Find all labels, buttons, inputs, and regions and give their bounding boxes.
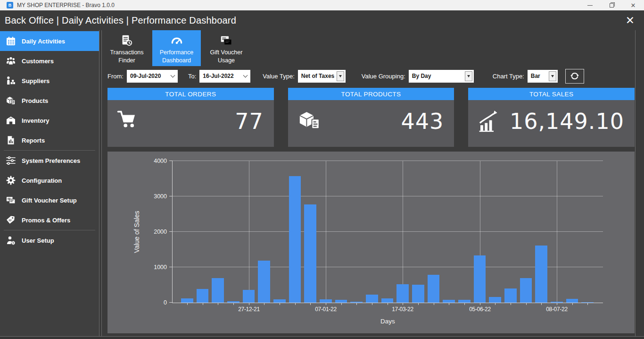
refresh-button[interactable] — [565, 69, 584, 84]
card-title: TOTAL SALES — [468, 88, 635, 100]
sidebar-item-label: Customers — [22, 58, 54, 65]
card-value: 443 — [401, 109, 444, 134]
bar — [212, 278, 224, 303]
bar — [320, 299, 332, 303]
tab-label: Transactions Finder — [105, 49, 149, 65]
app-header: Back Office | Daily Activities | Perform… — [0, 10, 644, 30]
y-tick-mark — [169, 231, 173, 232]
suppliers-icon — [4, 75, 17, 87]
close-window-button[interactable]: ✕ — [622, 0, 644, 10]
chart-panel: Value of Sales 01000200030004000 27-12-2… — [107, 152, 635, 333]
total-orders-card: TOTAL ORDERS 77 — [107, 88, 274, 147]
sidebar-item-configuration[interactable]: Configuration — [0, 170, 99, 190]
bar — [273, 299, 286, 303]
value-type-select[interactable]: Net of Taxes — [298, 70, 346, 83]
sidebar-item-label: Promos & Offers — [22, 217, 70, 224]
sidebar-item-products[interactable]: Products — [0, 91, 99, 110]
bar — [197, 289, 209, 303]
bar — [289, 176, 301, 303]
kpi-cards: TOTAL ORDERS 77 TOTAL PRODUCTS 44 — [107, 88, 635, 147]
to-date-value: 16-Jul-2022 — [199, 73, 240, 79]
y-tick-label: 4000 — [154, 158, 167, 164]
app-logo-icon: B — [7, 2, 13, 8]
x-tick-label: 05-06-22 — [469, 306, 491, 313]
breadcrumb: Back Office | Daily Activities | Perform… — [5, 15, 236, 26]
total-sales-card: TOTAL SALES 16,149.10 — [468, 88, 635, 147]
tab-performance-dashboard[interactable]: Performance Dashboard — [152, 30, 201, 66]
value-grouping-value: By Day — [409, 73, 465, 79]
to-label: To: — [188, 73, 196, 80]
chart-type-select[interactable]: Bar — [528, 70, 558, 83]
from-date-value: 09-Jul-2020 — [127, 73, 168, 79]
voucher-icon — [4, 194, 17, 207]
y-tick-label: 1000 — [154, 264, 167, 271]
close-page-button[interactable]: ✕ — [626, 15, 635, 26]
bar — [366, 295, 378, 303]
tab-transactions-finder[interactable]: Transactions Finder — [105, 30, 149, 66]
bar — [428, 275, 440, 303]
chart-type-label: Chart Type: — [493, 73, 524, 80]
bar — [535, 246, 547, 303]
titlebar: B MY SHOP ENTERPRISE - Bravo 1.0.0 ✕ — [0, 0, 644, 10]
sidebar-item-daily-activities[interactable]: Daily Activities — [0, 31, 99, 51]
bar — [412, 285, 424, 303]
to-date-picker[interactable]: 16-Jul-2022 — [199, 70, 250, 83]
sidebar-item-system-preferences[interactable]: System Preferences — [0, 151, 99, 170]
bar — [304, 204, 316, 303]
sidebar-item-label: Products — [22, 97, 48, 104]
tab-gift-voucher-usage[interactable]: Gift Voucher Usage — [204, 30, 248, 66]
sales-growth-icon — [477, 108, 504, 135]
sidebar-item-customers[interactable]: Customers — [0, 51, 99, 71]
product-box-icon — [4, 94, 17, 107]
sidebar-item-label: Inventory — [22, 117, 50, 124]
transactions-finder-icon — [119, 34, 134, 48]
chevron-down-icon — [168, 70, 178, 83]
bar — [396, 284, 409, 303]
chart-type-value: Bar — [528, 73, 549, 79]
y-tick-label: 2000 — [154, 229, 167, 235]
bar — [504, 288, 517, 303]
gift-voucher-icon — [219, 34, 234, 48]
sidebar-item-suppliers[interactable]: Suppliers — [0, 71, 99, 91]
main-content: Transactions Finder Performance Dashboar… — [102, 30, 644, 336]
window-bottom-border — [0, 336, 644, 339]
from-date-picker[interactable]: 09-Jul-2020 — [127, 70, 178, 83]
sidebar-item-label: Daily Activities — [22, 38, 65, 45]
sidebar-item-reports[interactable]: Reports — [0, 130, 99, 150]
gauge-icon — [169, 34, 184, 48]
x-tick-labels: 27-12-2107-01-2217-03-2205-06-2208-07-22 — [173, 303, 603, 313]
from-label: From: — [107, 73, 124, 80]
dropdown-arrow-icon — [549, 71, 556, 81]
bar — [474, 255, 486, 303]
tab-label: Performance Dashboard — [152, 49, 201, 65]
y-tick-mark — [169, 267, 173, 267]
y-tick-mark — [169, 161, 173, 161]
report-page-icon — [4, 134, 17, 147]
total-products-card: TOTAL PRODUCTS 443 — [288, 88, 454, 147]
bar — [489, 297, 501, 303]
y-tick-mark — [169, 196, 173, 196]
sidebar-item-label: Configuration — [22, 177, 62, 184]
close-icon: ✕ — [631, 2, 636, 8]
bar — [520, 278, 532, 303]
bar — [258, 261, 270, 303]
customers-icon — [4, 55, 17, 68]
sidebar-item-promos-offers[interactable]: Promos & Offers — [0, 210, 99, 230]
calendar-icon — [4, 35, 17, 48]
sliders-icon — [4, 154, 17, 167]
dropdown-arrow-icon — [337, 71, 344, 81]
sidebar-item-user-setup[interactable]: User Setup — [0, 230, 99, 250]
sidebar-item-gift-voucher-setup[interactable]: Gift Voucher Setup — [0, 190, 99, 210]
restore-button[interactable] — [601, 0, 622, 10]
value-type-value: Net of Taxes — [298, 73, 337, 79]
bar — [381, 298, 394, 303]
sidebar-item-label: Suppliers — [22, 77, 50, 85]
product-boxes-icon — [297, 108, 324, 135]
user-gear-icon — [4, 234, 17, 247]
minimize-button[interactable] — [579, 0, 601, 10]
sidebar-item-inventory[interactable]: Inventory — [0, 110, 99, 130]
sidebar-item-label: Gift Voucher Setup — [22, 197, 77, 204]
bar — [181, 298, 193, 303]
value-grouping-select[interactable]: By Day — [409, 70, 474, 83]
refresh-icon — [570, 71, 580, 81]
